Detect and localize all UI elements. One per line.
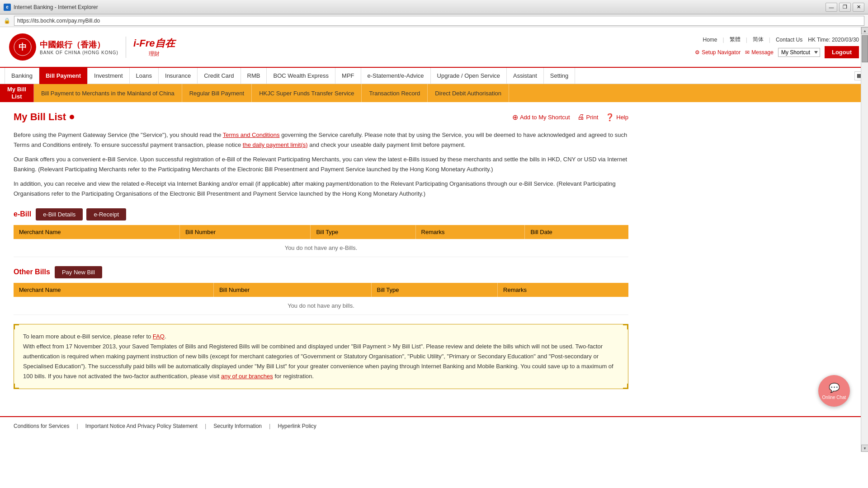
subnav-direct-debit[interactable]: Direct Debit Authorisation <box>428 84 509 102</box>
footer-privacy-link[interactable]: Important Notice And Privacy Policy Stat… <box>85 423 198 429</box>
col-merchant-name-other: Merchant Name <box>14 283 213 297</box>
subnav-regular-payment[interactable]: Regular Bill Payment <box>182 84 252 102</box>
col-merchant-name-ebill: Merchant Name <box>14 225 179 239</box>
ifre-text: i-Fre自在 <box>133 37 175 50</box>
svg-text:中: 中 <box>19 42 27 52</box>
nav-credit-card[interactable]: Credit Card <box>198 68 241 84</box>
nav-assistant[interactable]: Assistant <box>507 68 544 84</box>
terms-conditions-link[interactable]: Terms and Conditions <box>223 131 280 138</box>
ebill-table: Merchant Name Bill Number Bill Type Rema… <box>14 225 628 257</box>
nav-bill-payment[interactable]: Bill Payment <box>39 68 88 84</box>
scroll-up-arrow[interactable]: ▲ <box>861 27 868 34</box>
contact-link[interactable]: Contact Us <box>776 37 802 43</box>
col-remarks-ebill: Remarks <box>415 225 525 239</box>
nav-insurance[interactable]: Insurance <box>159 68 198 84</box>
help-link[interactable]: ❓ Help <box>605 113 628 122</box>
scrollbar[interactable]: ▲ ▼ <box>861 27 868 452</box>
col-remarks-other: Remarks <box>498 283 628 297</box>
main-navigation: Banking Bill Payment Investment Loans In… <box>0 68 868 84</box>
nav-investment[interactable]: Investment <box>88 68 130 84</box>
boc-english-name: BANK OF CHINA (HONG KONG) <box>40 50 118 55</box>
intro-para3: In addition, you can receive and view th… <box>14 179 628 199</box>
page-title: My Bill List <box>14 111 74 123</box>
col-bill-number-other: Bill Number <box>213 283 371 297</box>
page-actions: ⊕ Add to My Shortcut 🖨 Print ❓ Help <box>512 113 628 122</box>
print-link[interactable]: 🖨 Print <box>577 113 599 121</box>
page-footer: Conditions for Services | Important Noti… <box>0 416 868 435</box>
message-link[interactable]: ✉ Message <box>745 49 774 56</box>
other-bills-empty-row: You do not have any bills. <box>14 297 628 315</box>
nav-loans[interactable]: Loans <box>130 68 159 84</box>
corner-tl <box>14 324 19 329</box>
hk-time: HK Time: 2020/03/30 <box>808 37 859 43</box>
main-content: My Bill List ⊕ Add to My Shortcut 🖨 Prin… <box>0 102 642 407</box>
boc-logo: 中 中國銀行（香港） BANK OF CHINA (HONG KONG) <box>9 33 118 61</box>
scroll-thumb[interactable] <box>862 35 868 62</box>
notice-box: To learn more about e-Bill service, plea… <box>14 324 628 389</box>
other-bills-section-title: Other Bills Pay New Bill <box>14 266 628 278</box>
ifre-logo: i-Fre自在 理財 <box>126 37 175 58</box>
home-link[interactable]: Home <box>703 37 717 43</box>
subnav-my-bill-list-line2: List <box>11 93 22 100</box>
footer-security-link[interactable]: Security Information <box>213 423 262 429</box>
close-btn[interactable]: ✕ <box>853 3 864 12</box>
daily-limit-link[interactable]: the daily payment limit(s) <box>243 141 308 148</box>
page-title-dot <box>70 115 74 119</box>
ebill-receipt-button[interactable]: e-Receipt <box>86 208 126 221</box>
ebill-empty-row: You do not have any e-Bills. <box>14 239 628 257</box>
nav-upgrade[interactable]: Upgrade / Open Service <box>431 68 507 84</box>
ie-icon: e <box>4 4 11 11</box>
nav-mpf[interactable]: MPF <box>335 68 361 84</box>
notice-faq: To learn more about e-Bill service, plea… <box>23 332 619 342</box>
logout-button[interactable]: Logout <box>825 46 859 58</box>
add-shortcut-link[interactable]: ⊕ Add to My Shortcut <box>512 113 570 122</box>
notice-main-text: With effect from 17 November 2013, your … <box>23 342 619 381</box>
chat-label: Online Chat <box>822 394 846 400</box>
branches-link[interactable]: any of our branches <box>221 373 273 380</box>
col-bill-date: Bill Date <box>525 225 628 239</box>
header-right: Home | 繁體 | 简体 | Contact Us HK Time: 202… <box>695 36 859 58</box>
address-bar: 🔒 <box>0 14 868 27</box>
nav-banking[interactable]: Banking <box>5 68 39 84</box>
browser-title-text: e Internet Banking - Internet Explorer <box>4 4 98 11</box>
subnav-hkjc[interactable]: HKJC Super Funds Transfer Service <box>252 84 362 102</box>
header-bottom-links: ⚙ Setup Navigator ✉ Message My Shortcut … <box>695 46 859 58</box>
corner-bl <box>14 384 19 389</box>
message-icon: ✉ <box>745 49 750 56</box>
my-shortcut-select[interactable]: My Shortcut <box>778 48 820 57</box>
intro-section: Before using the Payment Gateway Service… <box>14 130 628 199</box>
online-chat-button[interactable]: 💬 Online Chat <box>818 375 850 407</box>
scroll-down-arrow[interactable]: ▼ <box>861 445 868 452</box>
ebill-details-button[interactable]: e-Bill Details <box>36 208 83 221</box>
nav-e-statement[interactable]: e-Statement/e-Advice <box>361 68 431 84</box>
setup-icon: ⚙ <box>695 49 700 56</box>
intro-para2: Our Bank offers you a convenient e-Bill … <box>14 155 628 174</box>
browser-controls: — ❐ ✕ <box>826 3 864 12</box>
boc-text: 中國銀行（香港） BANK OF CHINA (HONG KONG) <box>40 39 118 55</box>
footer-conditions-link[interactable]: Conditions for Services <box>14 423 69 429</box>
other-bills-table-header-row: Merchant Name Bill Number Bill Type Rema… <box>14 283 628 297</box>
footer-hyperlink-link[interactable]: Hyperlink Policy <box>278 423 316 429</box>
nav-rmb[interactable]: RMB <box>241 68 267 84</box>
simplified-link[interactable]: 简体 <box>753 36 764 43</box>
address-input[interactable] <box>14 16 864 26</box>
page-title-row: My Bill List ⊕ Add to My Shortcut 🖨 Prin… <box>14 111 628 123</box>
subnav-my-bill-list[interactable]: My Bill List <box>0 84 34 102</box>
pay-new-bill-button[interactable]: Pay New Bill <box>55 266 102 278</box>
nav-setting[interactable]: Setting <box>544 68 575 84</box>
faq-link[interactable]: FAQ <box>153 333 165 340</box>
other-bills-empty-message: You do not have any bills. <box>14 297 628 315</box>
subnav-transaction-record[interactable]: Transaction Record <box>362 84 428 102</box>
setup-navigator-link[interactable]: ⚙ Setup Navigator <box>695 49 741 56</box>
minimize-btn[interactable]: — <box>826 3 837 12</box>
traditional-link[interactable]: 繁體 <box>730 36 741 43</box>
restore-btn[interactable]: ❐ <box>839 3 851 12</box>
subnav-my-bill-list-line1: My Bill <box>7 86 26 93</box>
other-bills-table: Merchant Name Bill Number Bill Type Rema… <box>14 283 628 315</box>
logo-area: 中 中國銀行（香港） BANK OF CHINA (HONG KONG) i-F… <box>9 33 175 61</box>
nav-boc-wealth[interactable]: BOC Wealth Express <box>267 68 335 84</box>
ifre-sub: 理財 <box>149 50 160 58</box>
address-icon: 🔒 <box>4 18 10 24</box>
chat-icon: 💬 <box>829 382 840 394</box>
subnav-mainland-payment[interactable]: Bill Payment to Merchants in the Mainlan… <box>34 84 182 102</box>
